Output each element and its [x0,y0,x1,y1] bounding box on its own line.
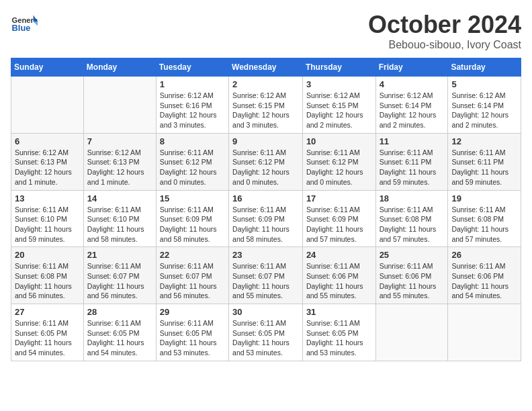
header-wednesday: Wednesday [229,58,303,77]
calendar-cell [11,77,84,134]
calendar-cell: 15Sunrise: 6:11 AM Sunset: 6:09 PM Dayli… [156,190,228,247]
calendar-week-3: 13Sunrise: 6:11 AM Sunset: 6:10 PM Dayli… [11,190,521,247]
day-number: 14 [87,193,152,203]
day-info: Sunrise: 6:11 AM Sunset: 6:08 PM Dayligh… [451,205,517,244]
calendar-cell: 30Sunrise: 6:11 AM Sunset: 6:05 PM Dayli… [229,304,303,361]
calendar-cell: 2Sunrise: 6:12 AM Sunset: 6:15 PM Daylig… [229,77,303,134]
calendar-cell: 14Sunrise: 6:11 AM Sunset: 6:10 PM Dayli… [83,190,156,247]
day-info: Sunrise: 6:11 AM Sunset: 6:09 PM Dayligh… [160,205,225,244]
calendar-cell: 28Sunrise: 6:11 AM Sunset: 6:05 PM Dayli… [83,304,156,361]
calendar-cell: 29Sunrise: 6:11 AM Sunset: 6:05 PM Dayli… [156,304,228,361]
day-number: 28 [87,307,152,317]
day-info: Sunrise: 6:11 AM Sunset: 6:08 PM Dayligh… [15,261,80,301]
calendar-cell: 31Sunrise: 6:11 AM Sunset: 6:05 PM Dayli… [302,304,375,361]
day-number: 15 [160,193,225,203]
calendar-week-5: 27Sunrise: 6:11 AM Sunset: 6:05 PM Dayli… [11,304,521,361]
header-monday: Monday [83,58,156,77]
day-number: 8 [160,136,225,146]
day-number: 11 [380,136,445,146]
page-header: General Blue October 2024 Bebouo-sibouo,… [11,11,521,51]
day-number: 4 [380,79,445,89]
day-info: Sunrise: 6:11 AM Sunset: 6:05 PM Dayligh… [87,318,152,358]
day-number: 17 [306,193,372,203]
day-number: 10 [306,136,372,146]
day-info: Sunrise: 6:11 AM Sunset: 6:06 PM Dayligh… [306,261,372,301]
day-info: Sunrise: 6:12 AM Sunset: 6:16 PM Dayligh… [160,91,225,130]
day-number: 9 [232,136,299,146]
day-number: 26 [451,250,517,260]
calendar-cell [375,304,448,361]
calendar-cell: 6Sunrise: 6:12 AM Sunset: 6:13 PM Daylig… [11,133,84,190]
calendar-week-1: 1Sunrise: 6:12 AM Sunset: 6:16 PM Daylig… [11,77,521,134]
calendar-cell: 22Sunrise: 6:11 AM Sunset: 6:07 PM Dayli… [156,247,228,304]
day-info: Sunrise: 6:11 AM Sunset: 6:08 PM Dayligh… [380,205,445,244]
day-info: Sunrise: 6:12 AM Sunset: 6:15 PM Dayligh… [232,91,299,130]
day-number: 19 [451,193,517,203]
calendar-title: October 2024 [368,11,521,39]
day-number: 6 [15,136,80,146]
day-info: Sunrise: 6:11 AM Sunset: 6:07 PM Dayligh… [160,261,225,301]
day-number: 24 [306,250,372,260]
day-info: Sunrise: 6:11 AM Sunset: 6:07 PM Dayligh… [232,261,299,301]
day-info: Sunrise: 6:11 AM Sunset: 6:10 PM Dayligh… [87,205,152,244]
calendar-cell: 12Sunrise: 6:11 AM Sunset: 6:11 PM Dayli… [448,133,521,190]
day-info: Sunrise: 6:12 AM Sunset: 6:14 PM Dayligh… [451,91,517,130]
day-number: 27 [15,307,80,317]
calendar-cell: 1Sunrise: 6:12 AM Sunset: 6:16 PM Daylig… [156,77,228,134]
day-info: Sunrise: 6:11 AM Sunset: 6:12 PM Dayligh… [160,148,225,187]
calendar-cell: 13Sunrise: 6:11 AM Sunset: 6:10 PM Dayli… [11,190,84,247]
day-info: Sunrise: 6:12 AM Sunset: 6:14 PM Dayligh… [380,91,445,130]
day-number: 12 [451,136,517,146]
logo: General Blue [11,11,40,38]
calendar-week-4: 20Sunrise: 6:11 AM Sunset: 6:08 PM Dayli… [11,247,521,304]
day-info: Sunrise: 6:12 AM Sunset: 6:13 PM Dayligh… [87,148,152,187]
calendar-cell: 26Sunrise: 6:11 AM Sunset: 6:06 PM Dayli… [448,247,521,304]
calendar-cell: 18Sunrise: 6:11 AM Sunset: 6:08 PM Dayli… [375,190,448,247]
calendar-cell: 5Sunrise: 6:12 AM Sunset: 6:14 PM Daylig… [448,77,521,134]
day-info: Sunrise: 6:11 AM Sunset: 6:09 PM Dayligh… [306,205,372,244]
calendar-cell: 10Sunrise: 6:11 AM Sunset: 6:12 PM Dayli… [302,133,375,190]
day-info: Sunrise: 6:11 AM Sunset: 6:05 PM Dayligh… [160,318,225,358]
day-info: Sunrise: 6:11 AM Sunset: 6:12 PM Dayligh… [306,148,372,187]
calendar-subtitle: Bebouo-sibouo, Ivory Coast [368,39,521,51]
header-tuesday: Tuesday [156,58,228,77]
calendar-cell: 19Sunrise: 6:11 AM Sunset: 6:08 PM Dayli… [448,190,521,247]
day-number: 13 [15,193,80,203]
calendar-cell: 17Sunrise: 6:11 AM Sunset: 6:09 PM Dayli… [302,190,375,247]
header-thursday: Thursday [302,58,375,77]
calendar-cell: 8Sunrise: 6:11 AM Sunset: 6:12 PM Daylig… [156,133,228,190]
day-info: Sunrise: 6:11 AM Sunset: 6:09 PM Dayligh… [232,205,299,244]
day-info: Sunrise: 6:11 AM Sunset: 6:12 PM Dayligh… [232,148,299,187]
day-info: Sunrise: 6:12 AM Sunset: 6:15 PM Dayligh… [306,91,372,130]
day-info: Sunrise: 6:11 AM Sunset: 6:10 PM Dayligh… [15,205,80,244]
day-info: Sunrise: 6:11 AM Sunset: 6:11 PM Dayligh… [451,148,517,187]
day-number: 7 [87,136,152,146]
day-number: 29 [160,307,225,317]
day-number: 30 [232,307,299,317]
day-number: 31 [306,307,372,317]
day-number: 2 [232,79,299,89]
calendar-cell: 16Sunrise: 6:11 AM Sunset: 6:09 PM Dayli… [229,190,303,247]
header-sunday: Sunday [11,58,84,77]
day-number: 16 [232,193,299,203]
calendar-cell: 7Sunrise: 6:12 AM Sunset: 6:13 PM Daylig… [83,133,156,190]
header-saturday: Saturday [448,58,521,77]
day-number: 23 [232,250,299,260]
calendar-cell: 3Sunrise: 6:12 AM Sunset: 6:15 PM Daylig… [302,77,375,134]
day-info: Sunrise: 6:11 AM Sunset: 6:11 PM Dayligh… [380,148,445,187]
day-number: 3 [306,79,372,89]
day-info: Sunrise: 6:12 AM Sunset: 6:13 PM Dayligh… [15,148,80,187]
calendar-cell: 23Sunrise: 6:11 AM Sunset: 6:07 PM Dayli… [229,247,303,304]
day-info: Sunrise: 6:11 AM Sunset: 6:06 PM Dayligh… [380,261,445,301]
day-info: Sunrise: 6:11 AM Sunset: 6:05 PM Dayligh… [306,318,372,358]
day-number: 1 [160,79,225,89]
calendar-cell: 11Sunrise: 6:11 AM Sunset: 6:11 PM Dayli… [375,133,448,190]
svg-text:Blue: Blue [12,23,31,33]
calendar-cell: 21Sunrise: 6:11 AM Sunset: 6:07 PM Dayli… [83,247,156,304]
day-number: 22 [160,250,225,260]
title-block: October 2024 Bebouo-sibouo, Ivory Coast [368,11,521,51]
calendar-week-2: 6Sunrise: 6:12 AM Sunset: 6:13 PM Daylig… [11,133,521,190]
calendar-cell: 9Sunrise: 6:11 AM Sunset: 6:12 PM Daylig… [229,133,303,190]
calendar-cell: 20Sunrise: 6:11 AM Sunset: 6:08 PM Dayli… [11,247,84,304]
calendar-table: Sunday Monday Tuesday Wednesday Thursday… [11,58,521,361]
